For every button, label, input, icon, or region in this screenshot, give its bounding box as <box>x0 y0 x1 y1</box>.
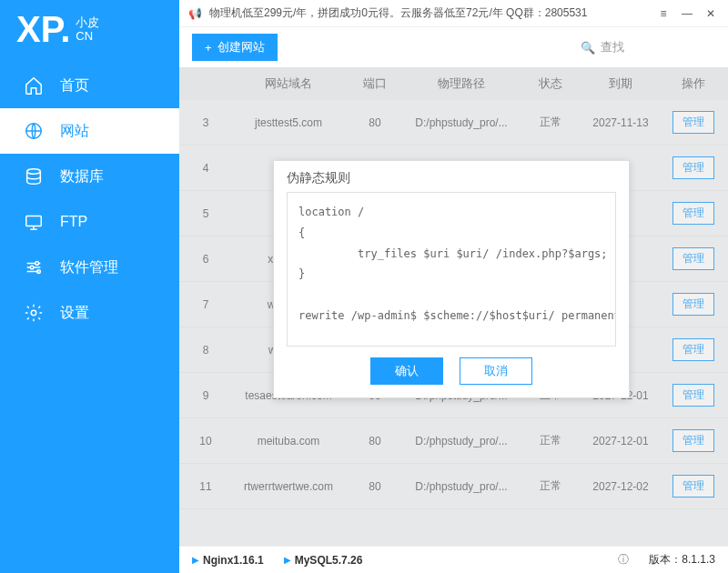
cell-expire: 2027-12-01 <box>575 435 666 447</box>
database-icon <box>24 166 44 186</box>
nav-software[interactable]: 软件管理 <box>0 245 179 290</box>
nav-settings[interactable]: 设置 <box>0 290 179 336</box>
cell-action: 管理 <box>666 293 721 316</box>
svg-point-1 <box>27 169 41 175</box>
home-icon <box>24 75 44 96</box>
play-icon: ▶ <box>192 555 199 565</box>
cell-domain: meituba.com <box>225 435 352 447</box>
cell-action: 管理 <box>666 338 721 361</box>
cell-status: 正常 <box>525 433 575 448</box>
announcement-text: 物理机低至299元/年，拼团成功0元得。云服务器低至72元/年 QQ群：2805… <box>209 5 587 21</box>
logo-main: XP. <box>16 9 70 50</box>
col-status: 状态 <box>525 75 575 92</box>
nav-home[interactable]: 首页 <box>0 63 179 108</box>
manage-button[interactable]: 管理 <box>672 384 714 407</box>
svg-rect-2 <box>26 216 42 226</box>
cell-domain: jtesttest5.com <box>225 116 352 129</box>
nav-database[interactable]: 数据库 <box>0 154 179 199</box>
service-nginx[interactable]: ▶ Nginx1.16.1 <box>192 554 264 567</box>
col-action: 操作 <box>666 75 721 92</box>
col-port: 端口 <box>352 75 398 92</box>
cell-action: 管理 <box>666 475 721 498</box>
cell-index: 8 <box>187 344 225 357</box>
version-text: 版本：8.1.1.3 <box>649 552 715 568</box>
nav-label: FTP <box>60 214 87 230</box>
rewrite-rules-modal: 伪静态规则 location / { try_files $uri $uri/ … <box>273 160 630 398</box>
cell-port: 80 <box>352 480 398 493</box>
nav-label: 网站 <box>60 122 89 141</box>
logo: XP. 小皮 CN <box>0 0 179 63</box>
cell-action: 管理 <box>666 247 721 270</box>
logo-sub: 小皮 CN <box>76 16 99 43</box>
cell-action: 管理 <box>666 111 721 134</box>
close-button[interactable]: ✕ <box>703 7 719 20</box>
search-icon: 🔍 <box>581 41 595 55</box>
speaker-icon: 📢 <box>188 7 202 20</box>
manage-button[interactable]: 管理 <box>672 293 714 316</box>
menu-button[interactable]: ≡ <box>655 7 672 20</box>
cell-action: 管理 <box>666 429 721 452</box>
cell-status: 正常 <box>525 478 575 494</box>
sliders-icon <box>24 257 44 277</box>
table-row[interactable]: 3jtesttest5.com80D:/phpstudy_pro/...正常20… <box>179 100 728 146</box>
nav-label: 软件管理 <box>60 258 118 277</box>
cancel-button[interactable]: 取消 <box>460 357 532 385</box>
create-site-button[interactable]: + 创建网站 <box>192 34 278 61</box>
cell-index: 10 <box>187 435 225 447</box>
manage-button[interactable]: 管理 <box>672 247 714 270</box>
cell-path: D:/phpstudy_pro/... <box>398 480 525 493</box>
plus-icon: + <box>205 41 212 55</box>
search-label: 查找 <box>601 39 624 55</box>
table-row[interactable]: 11rtwerrtwertwe.com80D:/phpstudy_pro/...… <box>179 464 728 509</box>
cell-path: D:/phpstudy_pro/... <box>398 116 525 129</box>
manage-button[interactable]: 管理 <box>672 156 714 179</box>
manage-button[interactable]: 管理 <box>672 111 714 134</box>
cell-expire: 2027-11-13 <box>575 116 666 129</box>
create-label: 创建网站 <box>217 39 265 55</box>
cell-port: 80 <box>352 435 398 447</box>
cell-expire: 2027-12-02 <box>575 480 666 493</box>
col-expire: 到期 <box>575 75 666 92</box>
svg-point-4 <box>30 266 34 269</box>
cell-index: 4 <box>187 162 225 175</box>
nav-label: 首页 <box>60 76 89 96</box>
cell-action: 管理 <box>666 156 721 179</box>
nav-ftp[interactable]: FTP <box>0 199 179 245</box>
manage-button[interactable]: 管理 <box>672 202 714 225</box>
cell-status: 正常 <box>525 115 575 130</box>
minimize-button[interactable]: — <box>679 7 695 20</box>
nav-website[interactable]: 网站 <box>0 108 179 154</box>
cell-index: 6 <box>187 253 225 266</box>
globe-icon <box>24 121 44 141</box>
modal-textarea[interactable]: location / { try_files $uri $uri/ /index… <box>287 192 616 347</box>
cell-action: 管理 <box>666 202 721 225</box>
col-path: 物理路径 <box>398 75 525 92</box>
confirm-button[interactable]: 确认 <box>370 357 443 385</box>
manage-button[interactable]: 管理 <box>672 429 714 452</box>
cell-action: 管理 <box>666 384 721 407</box>
table-row[interactable]: 10meituba.com80D:/phpstudy_pro/...正常2027… <box>179 418 728 464</box>
svg-point-3 <box>35 262 39 266</box>
statusbar: ▶ Nginx1.16.1 ▶ MySQL5.7.26 ⓘ 版本：8.1.1.3 <box>179 546 728 573</box>
cell-index: 5 <box>187 207 225 220</box>
monitor-icon <box>24 212 44 232</box>
cell-path: D:/phpstudy_pro/... <box>398 435 525 447</box>
gear-icon <box>24 303 44 323</box>
col-domain: 网站域名 <box>225 75 352 92</box>
info-icon[interactable]: ⓘ <box>618 552 629 568</box>
sidebar: XP. 小皮 CN 首页 网站 数据库 FTP 软件管理 设置 <box>0 0 179 573</box>
modal-title: 伪静态规则 <box>274 161 629 192</box>
modal-footer: 确认 取消 <box>274 357 629 397</box>
nav-label: 数据库 <box>60 167 104 186</box>
manage-button[interactable]: 管理 <box>672 338 714 361</box>
nav-label: 设置 <box>60 304 89 323</box>
cell-index: 3 <box>187 116 225 129</box>
search-box[interactable]: 🔍 查找 <box>581 39 715 55</box>
table-header: 网站域名 端口 物理路径 状态 到期 操作 <box>179 67 728 100</box>
cell-index: 7 <box>187 298 225 311</box>
manage-button[interactable]: 管理 <box>672 475 714 498</box>
svg-point-6 <box>31 310 36 316</box>
toolbar: + 创建网站 🔍 查找 <box>179 27 728 67</box>
service-mysql[interactable]: ▶ MySQL5.7.26 <box>284 554 363 567</box>
play-icon: ▶ <box>284 555 291 565</box>
